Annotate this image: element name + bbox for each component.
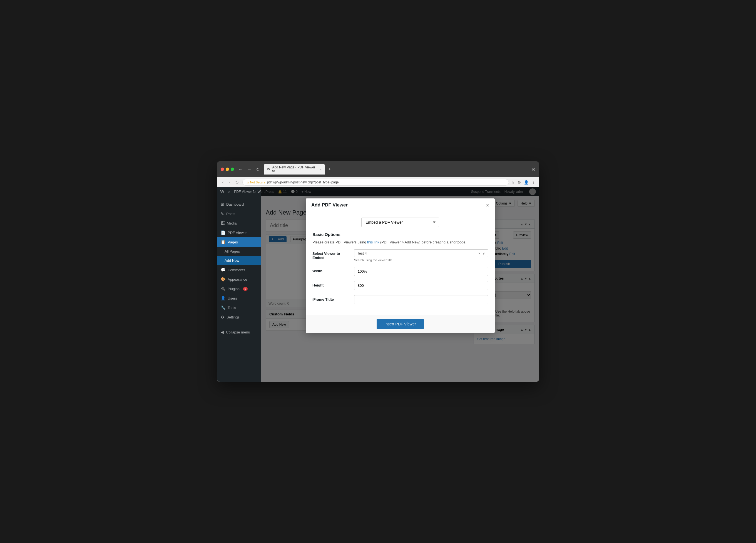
profile-icon[interactable]: 👤 [524, 180, 529, 185]
plugins-badge: 9 [243, 287, 248, 291]
sidebar-item-collapse[interactable]: ◀ Collapse menu [217, 327, 261, 337]
select-viewer-row: Select Viewer to Embed Test 4 × ∨ [312, 249, 488, 262]
viewer-select-actions: × ∨ [478, 251, 485, 255]
width-row: Width [312, 267, 488, 276]
plugins-icon: 🔌 [221, 287, 225, 291]
iframe-title-label: iFrame Titlte [312, 295, 349, 302]
appearance-icon: 🎨 [221, 277, 225, 282]
embed-type-select[interactable]: Embed a PDF Viewer [361, 218, 439, 227]
sidebar-item-add-new[interactable]: Add New [217, 256, 261, 265]
nav-refresh-btn[interactable]: ↻ [255, 166, 261, 173]
new-tab-btn[interactable]: + [327, 166, 332, 172]
sidebar-label-pdf-viewer: PDF Viewer [228, 231, 247, 235]
iframe-title-input[interactable] [354, 295, 488, 304]
sidebar-label-appearance: Appearance [228, 277, 247, 282]
addr-refresh[interactable]: ↻ [234, 179, 240, 186]
pages-icon: 📋 [221, 240, 225, 244]
address-url: pdf.wp/wp-admin/post-new.php?post_type=p… [267, 180, 505, 184]
dot-green[interactable] [231, 168, 234, 171]
users-icon: 👤 [221, 296, 225, 300]
sidebar-label-tools: Tools [228, 306, 236, 310]
modal-info-text: Please create PDF Viewers using [312, 240, 366, 244]
viewer-clear-btn[interactable]: × [478, 251, 480, 255]
modal-info: Please create PDF Viewers using this lin… [312, 240, 488, 244]
browser-toolbar: ← → ↻ W Add New Page ‹ PDF Viewer fo… × … [217, 161, 539, 177]
sidebar-item-dashboard[interactable]: ⊞ Dashboard [217, 200, 261, 209]
dot-red[interactable] [221, 168, 224, 171]
browser-nav: ← → ↻ [237, 166, 261, 173]
select-viewer-field: Test 4 × ∨ Search using the viewer title [354, 249, 488, 262]
dashboard-icon: ⊞ [221, 202, 224, 206]
address-bar[interactable]: ⚠ Not Secure pdf.wp/wp-admin/post-new.ph… [242, 179, 509, 186]
sidebar-item-posts[interactable]: ✎ Posts [217, 209, 261, 218]
modal-info-suffix: (PDF Viewer > Add New) before creating a… [380, 240, 466, 244]
wp-main: Screen Options ▼ Help ▼ Add New Page + +… [261, 187, 539, 382]
iframe-title-row: iFrame Titlte [312, 295, 488, 304]
sidebar-item-comments[interactable]: 💬 Comments [217, 265, 261, 275]
select-viewer-label: Select Viewer to Embed [312, 249, 349, 260]
wp-sidebar: ⊞ Dashboard ✎ Posts 🖼 Media 📄 PDF Viewer… [217, 187, 261, 382]
sidebar-item-appearance[interactable]: 🎨 Appearance [217, 275, 261, 284]
wp-logo[interactable]: W [220, 189, 224, 194]
sidebar-item-pdf-viewer[interactable]: 📄 PDF Viewer [217, 228, 261, 237]
tab-label: Add New Page ‹ PDF Viewer fo… [272, 165, 318, 173]
browser-profile-icon[interactable]: ⊙ [532, 167, 535, 172]
viewer-select-box[interactable]: Test 4 × ∨ [354, 249, 488, 257]
sidebar-label-all-pages: All Pages [225, 249, 240, 253]
pdf-viewer-icon: 📄 [221, 230, 225, 235]
settings-icon: ⚙ [221, 315, 224, 319]
extensions-icon[interactable]: ⚙ [518, 180, 521, 185]
wp-admin: W ⌂ PDF Viewer for WordPress 🔔 11 💬 0 + … [217, 187, 539, 382]
bookmark-icon[interactable]: ☆ [511, 180, 515, 185]
sidebar-label-collapse: Collapse menu [226, 330, 250, 334]
modal-overlay[interactable]: Add PDF Viewer × Embed a PDF Viewer Basi… [261, 187, 539, 382]
modal-section-title: Basic Options [312, 232, 488, 237]
width-label: Width [312, 267, 349, 273]
comments-icon: 💬 [221, 268, 225, 272]
height-input[interactable] [354, 281, 488, 290]
security-warning-icon: ⚠ Not Secure [247, 181, 265, 184]
addr-back[interactable]: ‹ [221, 179, 225, 185]
sidebar-item-settings[interactable]: ⚙ Settings [217, 312, 261, 322]
modal-body: Embed a PDF Viewer Basic Options Please … [306, 212, 495, 315]
modal-footer: Insert PDF Viewer [306, 315, 495, 333]
modal-title: Add PDF Viewer [311, 202, 348, 208]
sidebar-item-media[interactable]: 🖼 Media [217, 218, 261, 228]
nav-back-btn[interactable]: ← [237, 166, 244, 172]
nav-forward-btn[interactable]: → [246, 166, 253, 172]
modal-info-link[interactable]: this link [367, 240, 379, 244]
sidebar-item-pages[interactable]: 📋 Pages [217, 237, 261, 247]
add-pdf-viewer-modal: Add PDF Viewer × Embed a PDF Viewer Basi… [306, 198, 495, 333]
sidebar-item-tools[interactable]: 🔧 Tools [217, 303, 261, 312]
height-label: Height [312, 281, 349, 287]
active-tab[interactable]: W Add New Page ‹ PDF Viewer fo… × [264, 164, 325, 175]
sidebar-label-add-new: Add New [225, 258, 239, 263]
modal-header: Add PDF Viewer × [306, 198, 495, 212]
modal-dropdown-row: Embed a PDF Viewer [312, 218, 488, 227]
sidebar-label-comments: Comments [228, 268, 245, 272]
sidebar-label-settings: Settings [227, 315, 240, 319]
sidebar-item-all-pages[interactable]: All Pages [217, 247, 261, 256]
addr-forward[interactable]: › [227, 179, 231, 185]
width-input[interactable] [354, 267, 488, 276]
viewer-arrow-icon[interactable]: ∨ [483, 251, 485, 255]
browser-dots [221, 168, 234, 171]
dot-yellow[interactable] [226, 168, 229, 171]
tab-close-btn[interactable]: × [320, 168, 322, 171]
sidebar-label-media: Media [227, 221, 237, 225]
sidebar-label-plugins: Plugins [228, 287, 240, 291]
adminbar-home[interactable]: ⌂ [228, 190, 230, 194]
sidebar-item-plugins[interactable]: 🔌 Plugins 9 [217, 284, 261, 293]
media-icon: 🖼 [221, 221, 225, 225]
sidebar-label-dashboard: Dashboard [226, 202, 244, 206]
browser-window: ← → ↻ W Add New Page ‹ PDF Viewer fo… × … [217, 161, 539, 382]
sidebar-label-posts: Posts [226, 212, 235, 216]
sidebar-item-users[interactable]: 👤 Users [217, 293, 261, 303]
collapse-icon: ◀ [221, 330, 224, 334]
tab-bar: W Add New Page ‹ PDF Viewer fo… × + [264, 164, 529, 175]
insert-pdf-viewer-btn[interactable]: Insert PDF Viewer [377, 319, 424, 329]
modal-close-btn[interactable]: × [486, 202, 489, 208]
menu-icon[interactable]: ⋮ [531, 180, 535, 185]
sidebar-label-users: Users [228, 296, 237, 300]
address-icons: ☆ ⚙ 👤 ⋮ [511, 180, 535, 185]
